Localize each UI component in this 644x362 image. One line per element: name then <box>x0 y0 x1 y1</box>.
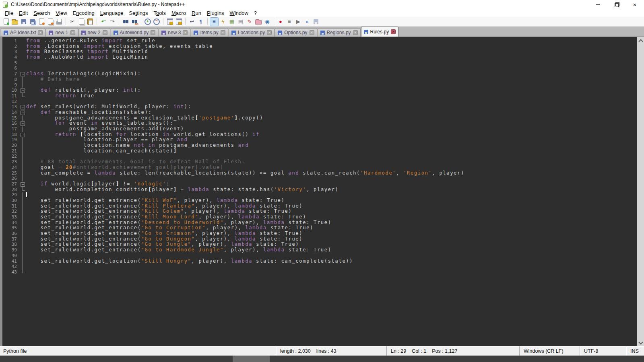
save-icon[interactable] <box>20 18 28 26</box>
menu-run[interactable]: Run <box>189 10 204 16</box>
save-all-icon[interactable] <box>29 18 37 26</box>
code-line-text[interactable]: from ..AutoWorld import LogicMixin <box>26 55 148 60</box>
folder-workspace-icon[interactable] <box>254 18 262 26</box>
menu-plugins[interactable]: Plugins <box>204 10 227 16</box>
menu-edit[interactable]: Edit <box>16 10 31 16</box>
code-line-text[interactable]: from .Locations import exclusion_table, … <box>26 44 213 49</box>
find-icon[interactable] <box>122 18 130 26</box>
function-list-icon[interactable]: ϟ <box>219 18 227 26</box>
code-line-text[interactable]: return [location for location in world.g… <box>26 132 260 138</box>
macro-run-multiple-icon[interactable]: » <box>303 18 311 26</box>
minimize-button[interactable] <box>588 0 607 9</box>
tab-locations-py[interactable]: Locations.py× <box>229 28 275 37</box>
vertical-scrollbar[interactable] <box>637 37 644 346</box>
code-line-text[interactable]: set_rule(world.get_entrance("Go to Dunge… <box>26 237 303 242</box>
menu-help[interactable]: ? <box>251 10 260 16</box>
fold-toggle-icon[interactable] <box>19 88 26 93</box>
code-line-text[interactable]: set_rule(world.get_entrance("Kill Golem"… <box>26 209 292 214</box>
menu-window[interactable]: Window <box>227 10 251 16</box>
code-line-text[interactable]: def rule(self, player: int): <box>26 88 141 93</box>
code-line-text[interactable]: postgame_advancements = exclusion_table[… <box>26 115 263 121</box>
code-line-text[interactable]: set_rule(world.get_entrance("Go to Crims… <box>26 231 303 237</box>
close-icon[interactable] <box>37 18 45 26</box>
fold-toggle-icon[interactable] <box>19 71 26 77</box>
redo-icon[interactable]: ↷ <box>108 18 116 26</box>
paste-icon[interactable] <box>86 18 94 26</box>
code-line-text[interactable]: goal = 20#int(world.achievement_goal[pla… <box>26 165 224 171</box>
status-cell-1[interactable]: Ln : 29 Col : 1 Pos : 1,127 <box>386 346 519 356</box>
code-line-text[interactable]: world.completion_condition[player] = lam… <box>26 187 339 193</box>
tab-close-icon[interactable]: × <box>353 30 358 35</box>
document-list-icon[interactable]: ▤ <box>237 18 245 26</box>
tab-close-icon[interactable]: × <box>103 30 107 35</box>
cut-icon[interactable]: ✂ <box>68 18 76 26</box>
menu-settings[interactable]: Settings <box>126 10 151 16</box>
tab-new-3[interactable]: new 3× <box>159 28 190 37</box>
code-line-text[interactable]: can_complete = lambda state: len(reachab… <box>26 171 464 176</box>
menu-file[interactable]: File <box>2 10 16 16</box>
scroll-up-arrow-icon[interactable] <box>637 37 644 43</box>
menu-macro[interactable]: Macro <box>169 10 189 16</box>
close-all-icon[interactable] <box>46 18 54 26</box>
new-file-icon[interactable] <box>2 18 10 26</box>
document-map-icon[interactable]: ▦ <box>228 18 236 26</box>
menu-language[interactable]: Language <box>97 10 126 16</box>
undo-icon[interactable]: ↶ <box>99 18 107 26</box>
tab-close-icon[interactable]: × <box>70 30 75 35</box>
code-line-text[interactable]: def reachable_locations(state): <box>26 110 152 115</box>
tab-close-icon[interactable]: × <box>391 29 396 34</box>
code-line-text[interactable]: return True <box>26 93 95 99</box>
view-eye-icon[interactable]: ◉ <box>263 18 271 26</box>
code-line-text[interactable]: def set_rules(world: MultiWorld, player:… <box>26 104 192 110</box>
tab-items-py[interactable]: Items.py× <box>191 28 228 37</box>
tab-options-py[interactable]: Options.py× <box>275 28 317 37</box>
tab-ap-ideas-txt[interactable]: AP Ideas.txt× <box>1 28 45 37</box>
code-line-text[interactable]: location.player == player and <box>26 137 188 143</box>
scroll-down-arrow-icon[interactable] <box>637 339 644 346</box>
tab-rules-py[interactable]: Rules.py× <box>361 27 399 37</box>
code-line-text[interactable]: set_rule(world.get_entrance("Go to Jungl… <box>26 242 299 247</box>
status-cell-2[interactable]: Windows (CR LF) <box>519 346 580 356</box>
code-line-text[interactable]: location.name not in postgame_advancemen… <box>26 143 249 148</box>
tab-regions-py[interactable]: Regions.py× <box>318 28 361 37</box>
code-line-text[interactable]: set_rule(world.get_entrance("Go to Hardm… <box>26 247 332 253</box>
code-line-text[interactable]: if world.logic[player] != 'nologic': <box>26 181 170 187</box>
zoom-out-icon[interactable] <box>153 18 161 26</box>
macro-record-icon[interactable]: ● <box>277 18 285 26</box>
code-line-text[interactable]: set_rule(world.get_entrance("Kill WoF", … <box>26 198 285 204</box>
code-line-text[interactable]: class TerrariaLogic(LogicMixin): <box>26 71 141 77</box>
sync-vertical-icon[interactable] <box>166 18 174 26</box>
tab-close-icon[interactable]: × <box>38 30 43 35</box>
code-line-text[interactable]: set_rule(world.get_entrance("Descend to … <box>26 220 332 226</box>
macro-stop-icon[interactable]: ■ <box>285 18 293 26</box>
tab-close-icon[interactable]: × <box>151 30 155 35</box>
code-line-text[interactable] <box>26 192 27 198</box>
code-line-text[interactable]: set_rule(world.get_entrance("Kill Moon L… <box>26 214 306 220</box>
indent-guide-icon[interactable]: ≡ <box>210 18 218 26</box>
open-folder-icon[interactable] <box>11 18 19 26</box>
tab-new-2[interactable]: new 2× <box>78 28 110 37</box>
code-line-text[interactable]: set_rule(world.get_entrance("Kill Plante… <box>26 204 303 209</box>
code-line-text[interactable]: set_rule(world.get_location("Still Hungr… <box>26 259 353 264</box>
tab-close-icon[interactable]: × <box>183 30 188 35</box>
code-line-text[interactable]: # 88 total achievements. Goal is to defe… <box>26 159 245 165</box>
code-area[interactable]: 1from ..generic.Rules import set_rule2fr… <box>2 37 644 346</box>
code-line-text[interactable]: for event in events_table.keys(): <box>26 121 173 126</box>
menu-encoding[interactable]: Encoding <box>70 10 97 16</box>
code-line-text[interactable]: from ..generic.Rules import set_rule <box>26 38 155 44</box>
fold-toggle-icon[interactable] <box>19 181 26 187</box>
status-cell-0[interactable]: length : 2,030 lines : 43 <box>276 346 386 356</box>
menu-search[interactable]: Search <box>31 10 53 16</box>
print-icon[interactable] <box>55 18 63 26</box>
word-wrap-icon[interactable]: ↩ <box>188 18 196 26</box>
fold-toggle-icon[interactable] <box>19 110 26 115</box>
tab-close-icon[interactable]: × <box>267 30 272 35</box>
macro-play-icon[interactable]: ▶ <box>294 18 302 26</box>
tab-autoworld-py[interactable]: AutoWorld.py× <box>111 28 159 37</box>
zoom-in-icon[interactable] <box>144 18 152 26</box>
status-cell-4[interactable]: INS <box>626 346 644 356</box>
code-line-text[interactable]: # Defs here <box>26 77 80 82</box>
fold-toggle-icon[interactable] <box>19 104 26 110</box>
tab-close-icon[interactable]: × <box>221 30 225 35</box>
code-line-text[interactable]: location.can_reach(state)] <box>26 148 177 154</box>
